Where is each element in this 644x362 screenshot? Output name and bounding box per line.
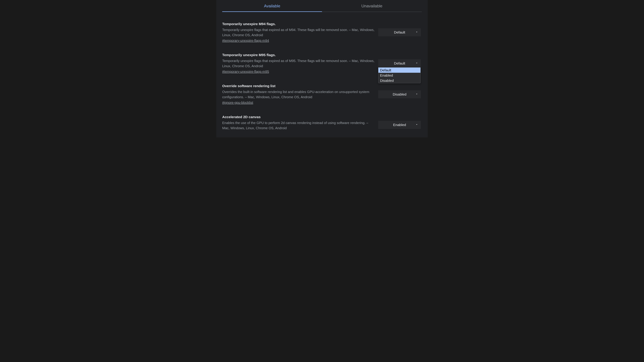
flag-select[interactable]: Default [378,59,421,67]
flag-select-value: Default [394,30,405,34]
flag-select-wrapper: Default [378,28,421,36]
flag-select[interactable]: Enabled [378,121,421,129]
flag-description: Overrides the built-in software renderin… [222,89,375,100]
flag-select-dropdown: Default Enabled Disabled [378,67,420,83]
flag-row: Temporarily unexpire M94 flags. Temporar… [222,22,422,42]
flag-description: Enables the use of the GPU to perform 2d… [222,120,375,131]
flag-info: Accelerated 2D canvas Enables the use of… [222,115,375,135]
dropdown-option-disabled[interactable]: Disabled [378,78,420,83]
flag-description: Temporarily unexpire flags that expired … [222,58,375,69]
flag-info: Override software rendering list Overrid… [222,84,375,105]
flag-title: Override software rendering list [222,84,375,88]
flag-description: Temporarily unexpire flags that expired … [222,27,375,38]
flags-list: Temporarily unexpire M94 flags. Temporar… [216,12,428,135]
flag-info: Temporarily unexpire M95 flags. Temporar… [222,53,375,73]
flag-select-value: Default [394,61,405,65]
flag-row: Temporarily unexpire M95 flags. Temporar… [222,53,422,73]
chevron-down-icon [415,61,418,65]
flag-hash-link[interactable]: #temporary-unexpire-flags-m95 [222,70,269,73]
tab-unavailable[interactable]: Unavailable [322,0,422,12]
flag-row: Override software rendering list Overrid… [222,84,422,105]
flag-select-wrapper: Disabled [378,90,421,98]
flag-select-wrapper: Default Default Enabled Disabled [378,59,421,67]
flag-title: Accelerated 2D canvas [222,115,375,119]
tab-available[interactable]: Available [222,0,322,12]
tabs-bar: Available Unavailable [222,0,422,12]
flag-title: Temporarily unexpire M94 flags. [222,22,375,26]
flag-row: Accelerated 2D canvas Enables the use of… [222,115,422,135]
flag-title: Temporarily unexpire M95 flags. [222,53,375,57]
chevron-down-icon [415,123,418,127]
flag-select-wrapper: Enabled [378,121,421,129]
flag-select-value: Disabled [393,92,406,96]
dropdown-option-default[interactable]: Default [378,67,420,73]
flag-info: Temporarily unexpire M94 flags. Temporar… [222,22,375,42]
flags-panel: Available Unavailable Temporarily unexpi… [216,0,428,137]
flag-select[interactable]: Disabled [378,90,421,98]
dropdown-option-enabled[interactable]: Enabled [378,73,420,78]
flag-select[interactable]: Default [378,28,421,36]
chevron-down-icon [415,30,418,34]
chevron-down-icon [415,92,418,96]
flag-hash-link[interactable]: #temporary-unexpire-flags-m94 [222,39,269,42]
flag-select-value: Enabled [393,123,406,127]
flag-hash-link[interactable]: #ignore-gpu-blocklist [222,101,253,105]
